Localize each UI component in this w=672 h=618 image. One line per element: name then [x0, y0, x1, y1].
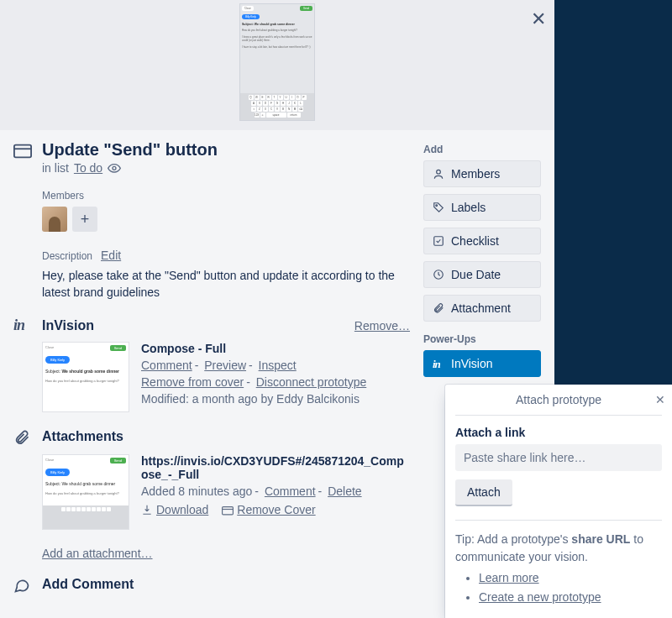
svg-point-5: [437, 170, 441, 174]
svg-point-6: [436, 205, 438, 207]
edit-description-link[interactable]: Edit: [101, 249, 121, 262]
download-icon: [141, 504, 153, 518]
popover-close-icon[interactable]: ✕: [655, 393, 665, 406]
mockup-close: Close: [242, 6, 254, 11]
invision-remove-link[interactable]: Remove…: [354, 319, 410, 333]
attach-link-label: Attach a link: [455, 426, 662, 439]
mockup-body-line: I have to stay a bit late, but how about…: [240, 45, 314, 51]
invision-modified-meta: Modified: a month ago by Eddy Balcikonis: [141, 392, 410, 406]
invision-remove-cover-link[interactable]: Remove from cover: [141, 375, 244, 389]
mockup-recipient-pill: Billy Kiely: [242, 14, 260, 19]
mockup-body-line: I know a great place and it's only a few…: [240, 34, 314, 45]
invision-section-title: InVision: [42, 318, 94, 333]
sidebar-invision-button[interactable]: in InVision: [423, 350, 541, 377]
card-icon: [13, 144, 32, 159]
cover-icon: [222, 505, 234, 518]
invision-preview-link[interactable]: Preview: [204, 359, 246, 372]
attachment-comment-link[interactable]: Comment: [265, 484, 316, 498]
attachment-added-meta: Added 8 minutes ago: [141, 484, 252, 498]
close-icon[interactable]: ✕: [531, 8, 546, 30]
add-comment-title: Add Comment: [42, 577, 410, 592]
create-prototype-link[interactable]: Create a new prototype: [479, 590, 601, 604]
invision-attachment-title[interactable]: Compose - Full: [141, 342, 410, 355]
sidebar-labels-button[interactable]: Labels: [423, 194, 541, 221]
invision-logo-icon: in: [433, 358, 444, 369]
comment-icon: [13, 577, 32, 596]
sidebar-attachment-button[interactable]: Attachment: [423, 295, 541, 322]
list-link[interactable]: To do: [74, 161, 102, 175]
mockup-keyboard: QWERTYUIOP ASDFGHJKL ⇧ZXCVBNM⌫ 123☺space…: [240, 93, 314, 120]
mockup-subject: Subject: We should grab some dinner: [240, 21, 314, 28]
share-link-input[interactable]: [455, 444, 662, 471]
invision-disconnect-link[interactable]: Disconnect prototype: [256, 375, 367, 389]
paperclip-icon: [433, 302, 444, 314]
card-main-column: Update "Send" button in list To do Membe…: [13, 140, 410, 592]
sidebar-duedate-button[interactable]: Due Date: [423, 261, 541, 288]
watch-icon[interactable]: [108, 162, 121, 174]
sidebar-checklist-button[interactable]: Checklist: [423, 228, 541, 254]
cover-image-mockup[interactable]: CloseSend Billy Kiely Subject: We should…: [239, 3, 315, 121]
invision-comment-link[interactable]: Comment: [141, 359, 192, 372]
attach-button[interactable]: Attach: [455, 479, 512, 506]
mockup-body-line: How do you feel about grabbing a burger …: [240, 28, 314, 34]
attach-prototype-popover: Attach prototype ✕ Attach a link Attach …: [445, 385, 672, 618]
attachment-delete-link[interactable]: Delete: [328, 484, 361, 498]
clock-icon: [433, 269, 444, 280]
checklist-icon: [433, 235, 444, 247]
sidebar-members-button[interactable]: Members: [423, 160, 541, 187]
invision-icon: in: [13, 317, 32, 334]
attachment-title[interactable]: https://invis.io/CXD3YUDFS#/245871204_Co…: [141, 454, 410, 481]
card-list-location: in list To do: [42, 161, 410, 175]
attachments-section-title: Attachments: [42, 429, 410, 444]
svg-point-2: [113, 167, 116, 170]
attachment-icon: [13, 429, 32, 448]
sidebar-add-header: Add: [423, 144, 541, 155]
invision-thumbnail[interactable]: CloseSend Billy Kiely Subject: We should…: [42, 342, 129, 412]
card-cover: ✕ CloseSend Billy Kiely Subject: We shou…: [0, 0, 554, 130]
svg-rect-7: [434, 237, 444, 246]
members-icon: [433, 168, 444, 180]
attachment-download-link[interactable]: Download: [141, 503, 208, 518]
member-avatar[interactable]: [42, 207, 67, 232]
popover-title: Attach prototype: [516, 393, 601, 406]
popover-tip: Tip: Add a prototype's share URL to comm…: [455, 531, 662, 606]
attachment-remove-cover-link[interactable]: Remove Cover: [222, 503, 315, 518]
members-label: Members: [42, 190, 410, 202]
description-label: Description: [42, 250, 92, 262]
description-text[interactable]: Hey, please take at the "Send" button an…: [42, 267, 410, 301]
attachment-thumbnail[interactable]: CloseSend Billy Kiely Subject: We should…: [42, 454, 129, 530]
add-attachment-link[interactable]: Add an attachment…: [42, 547, 153, 560]
add-member-button[interactable]: +: [72, 207, 97, 232]
labels-icon: [433, 202, 444, 213]
sidebar-powerups-header: Power-Ups: [423, 333, 541, 345]
mockup-send: Send: [300, 6, 312, 11]
svg-rect-3: [223, 507, 234, 515]
popover-divider: [455, 520, 662, 521]
card-title[interactable]: Update "Send" button: [42, 140, 218, 160]
invision-inspect-link[interactable]: Inspect: [259, 359, 297, 372]
svg-rect-0: [14, 145, 31, 158]
learn-more-link[interactable]: Learn more: [479, 571, 539, 584]
